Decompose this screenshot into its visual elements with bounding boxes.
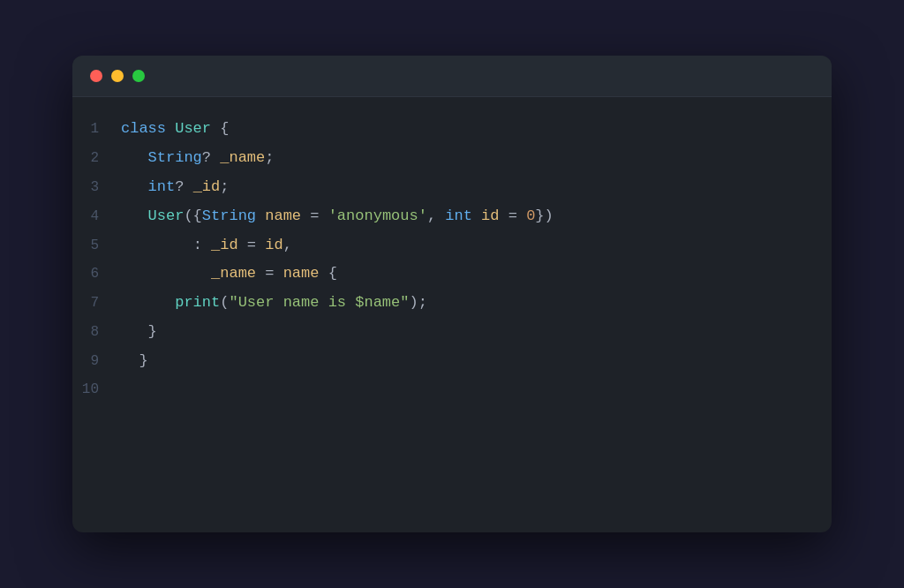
line-number: 6	[72, 262, 121, 286]
code-editor-window: 1class User {2 String? _name;3 int? _id;…	[72, 56, 832, 532]
code-line: 6 _name = name {	[72, 260, 832, 289]
code-line: 9 }	[72, 347, 832, 376]
code-line: 10	[72, 376, 832, 403]
code-line: 7 print("User name is $name");	[72, 289, 832, 318]
line-number: 7	[72, 291, 121, 315]
code-line: 8 }	[72, 318, 832, 347]
line-content: : _id = id,	[121, 233, 292, 259]
line-number: 3	[72, 176, 121, 200]
maximize-button[interactable]	[132, 70, 145, 82]
line-content: _name = name {	[121, 261, 337, 287]
line-content: }	[121, 349, 148, 374]
line-number: 8	[72, 320, 121, 344]
line-number: 5	[72, 234, 121, 258]
line-content: int? _id;	[121, 175, 229, 200]
line-number: 4	[72, 205, 121, 229]
code-line: 3 int? _id;	[72, 173, 832, 202]
code-line: 4 User({String name = 'anonymous', int i…	[72, 202, 832, 231]
line-number: 9	[72, 350, 121, 373]
minimize-button[interactable]	[111, 70, 124, 82]
code-line: 1class User {	[72, 115, 832, 144]
line-content: String? _name;	[121, 146, 274, 171]
line-content: }	[121, 320, 157, 345]
line-number: 2	[72, 147, 121, 170]
close-button[interactable]	[90, 70, 102, 82]
titlebar	[72, 56, 832, 97]
code-area: 1class User {2 String? _name;3 int? _id;…	[72, 97, 832, 421]
line-content: print("User name is $name");	[121, 290, 427, 316]
line-content: User({String name = 'anonymous', int id …	[121, 204, 554, 230]
code-line: 5 : _id = id,	[72, 231, 832, 260]
line-number: 1	[72, 117, 121, 141]
line-number: 10	[72, 378, 121, 402]
code-line: 2 String? _name;	[72, 144, 832, 173]
line-content: class User {	[121, 117, 229, 142]
